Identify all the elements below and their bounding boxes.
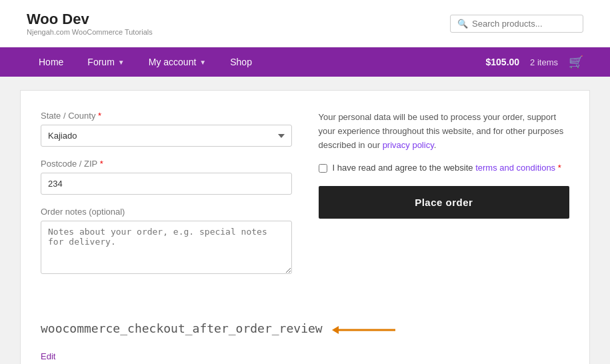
required-marker: *: [98, 111, 101, 121]
search-box[interactable]: 🔍: [450, 15, 583, 33]
nav-label-home: Home: [39, 57, 63, 67]
place-order-button[interactable]: Place order: [319, 186, 570, 219]
hook-section: woocommerce_checkout_after_order_review: [41, 308, 569, 338]
svg-marker-1: [332, 326, 339, 334]
content-grid: State / County * Kajiado Postcode / ZIP …: [41, 111, 569, 288]
nav-left: Home Forum ▼ My account ▼ Shop: [27, 47, 264, 77]
nav-item-forum[interactable]: Forum ▼: [75, 47, 136, 77]
nav-right: $105.00 2 items 🛒: [485, 55, 583, 69]
state-select[interactable]: Kajiado: [41, 125, 292, 147]
terms-required: *: [558, 163, 561, 173]
search-input[interactable]: [472, 19, 576, 29]
site-header: Woo Dev Njengah.com WooCommerce Tutorial…: [0, 0, 610, 47]
chevron-down-icon: ▼: [199, 59, 206, 66]
privacy-policy-link[interactable]: privacy policy: [383, 140, 434, 150]
order-review-right: Your personal data will be used to proce…: [319, 111, 570, 288]
order-notes-label: Order notes (optional): [41, 207, 292, 217]
edit-section: Edit: [41, 338, 569, 361]
cart-price: $105.00: [485, 57, 519, 67]
hook-name: woocommerce_checkout_after_order_review: [41, 321, 323, 335]
search-icon: 🔍: [457, 19, 468, 29]
site-title: Woo Dev: [27, 11, 153, 28]
nav-label-forum: Forum: [87, 57, 114, 67]
arrow-annotation: [332, 322, 399, 338]
nav-label-myaccount: My account: [149, 57, 197, 67]
nav-item-shop[interactable]: Shop: [218, 47, 264, 77]
terms-link[interactable]: terms and conditions: [475, 163, 555, 173]
site-navigation: Home Forum ▼ My account ▼ Shop $105.00 2…: [0, 47, 610, 77]
chevron-down-icon: ▼: [118, 59, 125, 66]
postcode-input[interactable]: [41, 173, 292, 195]
site-branding: Woo Dev Njengah.com WooCommerce Tutorial…: [27, 11, 153, 36]
edit-link[interactable]: Edit: [41, 351, 55, 361]
cart-items-count: 2 items: [530, 57, 558, 67]
postcode-field-group: Postcode / ZIP *: [41, 159, 292, 195]
order-notes-field-group: Order notes (optional): [41, 207, 292, 276]
arrow-icon: [332, 322, 399, 338]
checkout-form-left: State / County * Kajiado Postcode / ZIP …: [41, 111, 292, 288]
state-label: State / County *: [41, 111, 292, 121]
privacy-policy-text: Your personal data will be used to proce…: [319, 111, 570, 152]
nav-item-home[interactable]: Home: [27, 47, 75, 77]
required-marker: *: [100, 159, 103, 169]
order-notes-textarea[interactable]: [41, 221, 292, 274]
terms-text: I have read and agree to the website ter…: [333, 163, 561, 173]
state-field-group: State / County * Kajiado: [41, 111, 292, 147]
site-tagline: Njengah.com WooCommerce Tutorials: [27, 28, 153, 36]
terms-row: I have read and agree to the website ter…: [319, 163, 570, 173]
postcode-label: Postcode / ZIP *: [41, 159, 292, 169]
main-content: State / County * Kajiado Postcode / ZIP …: [20, 90, 590, 364]
nav-item-myaccount[interactable]: My account ▼: [137, 47, 219, 77]
cart-icon[interactable]: 🛒: [569, 55, 583, 69]
nav-label-shop: Shop: [230, 57, 252, 67]
terms-checkbox[interactable]: [319, 164, 327, 173]
